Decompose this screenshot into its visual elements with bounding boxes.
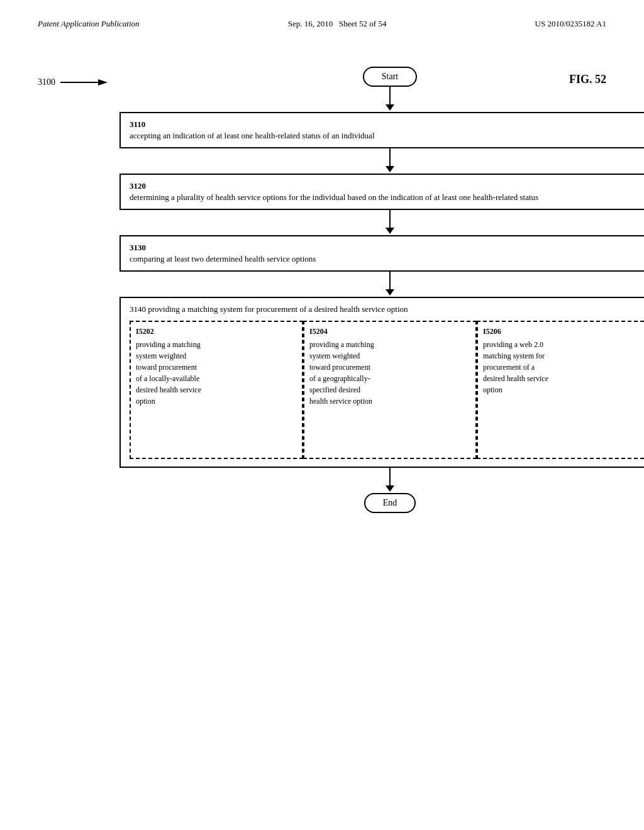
header-date-sheet: Sep. 16, 2010 Sheet 52 of 54 [288,19,387,29]
sub-box-I5202: I5202 providing a matching system weight… [130,321,303,459]
sub-box-I5206-text: providing a web 2.0 matching system for … [483,339,644,396]
box-3110-text: accepting an indication of at least one … [130,131,375,140]
sub-box-I5202-text: providing a matching system weighted tow… [136,339,297,407]
sub-box-I5204-text: providing a matching system weighted tow… [309,339,470,407]
diagram: FIG. 52 3100 Start [38,67,606,513]
header-publication: Patent Application Publication [38,19,140,29]
box-3130-id: 3130 [130,243,644,253]
sub-boxes-container: I5202 providing a matching system weight… [130,321,644,459]
sub-box-I5206: I5206 providing a web 2.0 matching syste… [477,321,644,459]
svg-marker-1 [98,79,108,86]
header-date: Sep. 16, 2010 [288,19,333,28]
box-3120-text: determining a plurality of health servic… [130,192,538,202]
box-3140: 3140 providing a matching system for pro… [119,297,644,468]
header-sheet: Sheet 52 of 54 [339,19,386,28]
sub-box-I5206-id: I5206 [483,327,644,336]
box-3120: 3120 determining a plurality of health s… [119,174,644,210]
start-oval: Start [363,67,417,87]
diagram-ref-label: 3100 [38,77,55,87]
header-patent-number: US 2010/0235182 A1 [535,19,606,29]
sub-box-I5204: I5204 providing a matching system weight… [303,321,477,459]
box-3140-text: providing a matching system for procurem… [148,304,408,314]
box-3110-id: 3110 [130,119,644,130]
sub-box-I5202-id: I5202 [136,327,297,336]
sub-box-I5204-id: I5204 [309,327,470,336]
end-oval: End [364,493,416,513]
page: Patent Application Publication Sep. 16, … [0,0,644,830]
figure-label: FIG. 52 [569,73,606,86]
box-3110: 3110 accepting an indication of at least… [119,112,644,148]
box-3130-text: comparing at least two determined health… [130,254,316,263]
page-header: Patent Application Publication Sep. 16, … [38,19,606,29]
box-3140-id: 3140 [130,304,146,314]
box-3130: 3130 comparing at least two determined h… [119,235,644,272]
box-3120-id: 3120 [130,181,644,191]
ref-arrow [60,73,111,92]
